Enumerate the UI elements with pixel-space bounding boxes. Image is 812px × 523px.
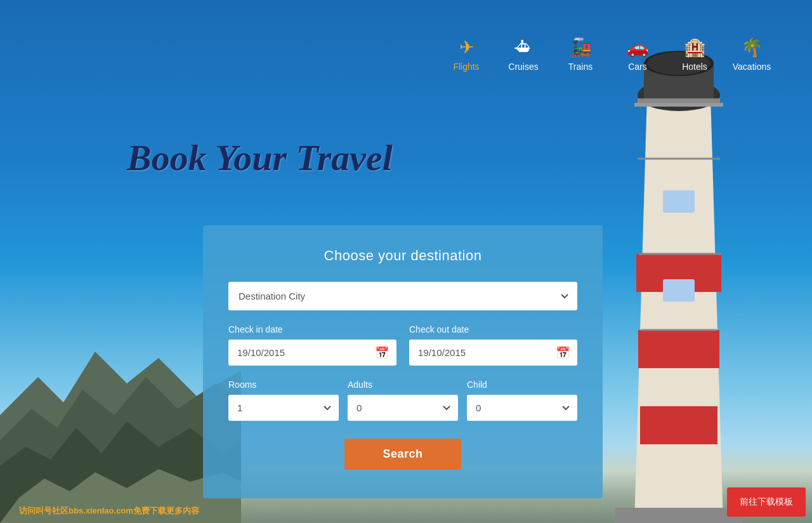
hotels-icon: 🏨 (684, 37, 706, 58)
checkin-label: Check in date (228, 324, 396, 334)
nav-label-cruises: Cruises (508, 62, 538, 72)
nav-item-cruises[interactable]: ⛴ Cruises (501, 37, 546, 72)
rooms-label: Rooms (228, 380, 339, 390)
checkin-input-wrap: 📅 (228, 340, 396, 366)
vacations-icon: 🌴 (741, 37, 763, 58)
download-button[interactable]: 前往下载模板 (727, 487, 806, 517)
options-row: Rooms 1 2 3 4 5 Adults 0 1 2 3 4 Child 0 (228, 380, 577, 421)
search-panel: Choose your destination Destination City… (203, 225, 603, 498)
cars-icon: 🚗 (627, 37, 649, 58)
svg-rect-19 (615, 508, 742, 523)
child-select[interactable]: 0 1 2 3 4 (467, 395, 577, 421)
date-row: Check in date 📅 Check out date 📅 (228, 324, 577, 366)
trains-icon: 🚂 (570, 37, 592, 58)
svg-rect-13 (663, 190, 695, 213)
flights-icon: ✈ (459, 37, 474, 58)
rooms-col: Rooms 1 2 3 4 5 (228, 380, 339, 421)
nav-item-flights[interactable]: ✈ Flights (444, 37, 488, 72)
checkout-input[interactable] (409, 340, 577, 366)
nav-item-cars[interactable]: 🚗 Cars (615, 37, 660, 72)
nav-item-vacations[interactable]: 🌴 Vacations (730, 37, 774, 72)
checkin-input[interactable] (228, 340, 396, 366)
hero-title: Book Your Travel (127, 136, 393, 179)
svg-rect-7 (640, 406, 717, 444)
search-btn-wrap: Search (228, 439, 577, 470)
nav-label-flights: Flights (453, 62, 479, 72)
adults-select[interactable]: 0 1 2 3 4 (348, 395, 458, 421)
navbar: ✈ Flights ⛴ Cruises 🚂 Trains 🚗 Cars 🏨 Ho… (0, 0, 812, 108)
nav-label-vacations: Vacations (733, 62, 771, 72)
checkout-input-wrap: 📅 (409, 340, 577, 366)
nav-label-hotels: Hotels (682, 62, 707, 72)
checkout-label: Check out date (409, 324, 577, 334)
svg-rect-14 (663, 279, 695, 301)
child-label: Child (467, 380, 577, 390)
adults-label: Adults (348, 380, 458, 390)
cruises-icon: ⛴ (514, 37, 532, 58)
destination-select[interactable]: Destination City New York London Paris T… (228, 282, 577, 310)
nav-item-trains[interactable]: 🚂 Trains (558, 37, 603, 72)
checkout-col: Check out date 📅 (409, 324, 577, 366)
watermark: 访问叫号社区bbs.xienlao.com免费下载更多内容 (19, 505, 199, 517)
adults-col: Adults 0 1 2 3 4 (348, 380, 458, 421)
svg-rect-6 (638, 330, 719, 368)
nav-items: ✈ Flights ⛴ Cruises 🚂 Trains 🚗 Cars 🏨 Ho… (444, 37, 774, 72)
rooms-select[interactable]: 1 2 3 4 5 (228, 395, 339, 421)
checkin-col: Check in date 📅 (228, 324, 396, 366)
child-col: Child 0 1 2 3 4 (467, 380, 577, 421)
search-button[interactable]: Search (344, 439, 461, 470)
panel-title: Choose your destination (228, 248, 577, 264)
nav-label-cars: Cars (628, 62, 647, 72)
nav-item-hotels[interactable]: 🏨 Hotels (672, 37, 717, 72)
nav-label-trains: Trains (568, 62, 593, 72)
